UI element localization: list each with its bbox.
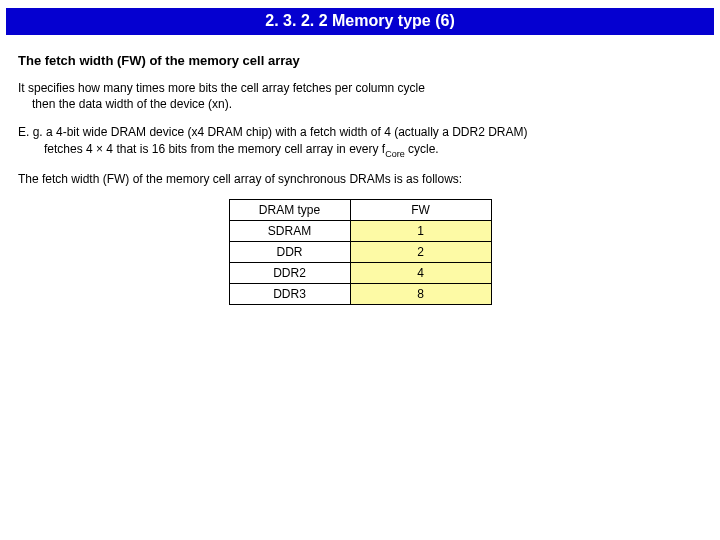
p1-line1: It specifies how many times more bits th… [18,81,425,95]
table-row: SDRAM 1 [229,221,491,242]
cell-fw: 4 [350,263,491,284]
cell-type: DDR3 [229,284,350,305]
p2-line2b: cycle. [405,142,439,156]
cell-type: DDR2 [229,263,350,284]
p2-subscript: Core [385,149,405,159]
p1-line2: then the data width of the device (xn). [18,96,702,112]
cell-type: DDR [229,242,350,263]
col-header-type: DRAM type [229,200,350,221]
table-header-row: DRAM type FW [229,200,491,221]
content-area: The fetch width (FW) of the memory cell … [0,35,720,305]
paragraph-2: E. g. a 4-bit wide DRAM device (x4 DRAM … [18,124,702,159]
section-heading: The fetch width (FW) of the memory cell … [18,53,702,68]
cell-fw: 1 [350,221,491,242]
table-row: DDR3 8 [229,284,491,305]
table-row: DDR 2 [229,242,491,263]
table-wrapper: DRAM type FW SDRAM 1 DDR 2 DDR2 4 DDR3 8 [18,199,702,305]
page-title: 2. 3. 2. 2 Memory type (6) [6,8,714,35]
p2-line2: fetches 4 × 4 that is 16 bits from the m… [18,141,702,160]
paragraph-3: The fetch width (FW) of the memory cell … [18,171,702,187]
cell-fw: 2 [350,242,491,263]
cell-type: SDRAM [229,221,350,242]
cell-fw: 8 [350,284,491,305]
table-row: DDR2 4 [229,263,491,284]
p2-line1: E. g. a 4-bit wide DRAM device (x4 DRAM … [18,125,528,139]
fw-table: DRAM type FW SDRAM 1 DDR 2 DDR2 4 DDR3 8 [229,199,492,305]
col-header-fw: FW [350,200,491,221]
p2-line2a: fetches 4 × 4 that is 16 bits from the m… [44,142,385,156]
paragraph-1: It specifies how many times more bits th… [18,80,702,112]
